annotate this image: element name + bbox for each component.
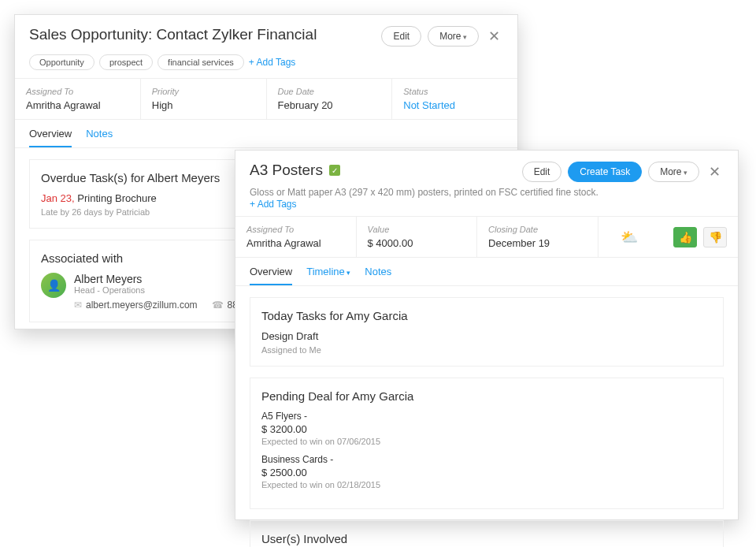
closing-value: December 19	[488, 237, 587, 249]
tag[interactable]: Opportunity	[29, 54, 94, 70]
pending-deal-panel: Pending Deal for Amy Garcia A5 Flyers - …	[250, 378, 724, 509]
thumbs-down-button[interactable]: 👎	[703, 227, 727, 247]
phone-icon: ☎	[212, 300, 224, 311]
value-label: Value	[368, 225, 466, 234]
close-icon[interactable]: ✕	[485, 28, 503, 45]
tags-row: Opportunity prospect financial services …	[15, 47, 517, 78]
deal-expected: Expected to win on 07/06/2015	[261, 437, 712, 446]
mail-icon: ✉	[74, 300, 82, 311]
today-assigned: Assigned to Me	[261, 345, 712, 355]
posters-title: A3 Posters	[250, 162, 323, 179]
opportunity-title: Sales Opportunity: Contact Zylker Financ…	[29, 26, 381, 43]
tab-timeline[interactable]: Timeline	[306, 258, 350, 285]
deal-name: Business Cards -	[261, 454, 712, 465]
priority-value: High	[152, 99, 255, 111]
assigned-value: Amritha Agrawal	[246, 237, 345, 249]
tab-overview[interactable]: Overview	[250, 258, 292, 285]
deal-name: A5 Flyers -	[261, 411, 712, 422]
assigned-value: Amritha Agrawal	[26, 99, 129, 111]
assigned-label: Assigned To	[26, 87, 129, 96]
users-involved-panel: User(s) Involved 👤OWNER 👤 👤	[250, 520, 724, 547]
tab-overview[interactable]: Overview	[29, 120, 72, 147]
posters-card: A3 Posters ✓ Edit Create Task More ✕ Glo…	[235, 150, 739, 520]
edit-button[interactable]: Edit	[381, 26, 421, 47]
status-value[interactable]: Not Started	[403, 99, 506, 111]
verified-icon: ✓	[329, 165, 340, 176]
due-value: February 20	[278, 99, 381, 111]
tab-notes[interactable]: Notes	[86, 120, 113, 147]
today-heading: Today Tasks for Amy Garcia	[261, 309, 712, 322]
closing-label: Closing Date	[488, 225, 587, 234]
weather-icon: ⛅	[621, 229, 638, 246]
create-task-button[interactable]: Create Task	[568, 162, 642, 182]
users-heading: User(s) Involved	[261, 532, 712, 545]
more-button[interactable]: More	[648, 162, 699, 182]
tag[interactable]: financial services	[158, 54, 244, 70]
due-label: Due Date	[278, 87, 381, 96]
more-button[interactable]: More	[428, 26, 479, 47]
pending-heading: Pending Deal for Amy Garcia	[261, 389, 712, 403]
deal-amount: $ 3200.00	[261, 423, 712, 435]
deal-expected: Expected to win on 02/18/2015	[261, 480, 712, 489]
posters-desc: Gloss or Matt paper A3 (297 x 420 mm) po…	[235, 182, 738, 198]
status-label: Status	[403, 87, 506, 96]
close-icon[interactable]: ✕	[706, 163, 724, 180]
tab-notes[interactable]: Notes	[365, 258, 391, 285]
overdue-task: Printing Brochure	[77, 192, 156, 204]
contact-email[interactable]: albert.meyers@zillum.com	[86, 300, 198, 311]
edit-button[interactable]: Edit	[522, 162, 562, 182]
today-task: Design Draft	[261, 330, 712, 342]
value-value: $ 4000.00	[368, 237, 466, 249]
thumbs-up-button[interactable]: 👍	[673, 227, 697, 247]
add-tags-link[interactable]: + Add Tags	[235, 199, 311, 216]
assigned-label: Assigned To	[246, 225, 345, 234]
deal-amount: $ 2500.00	[261, 467, 712, 478]
meta-row: Assigned To Amritha Agrawal Priority Hig…	[15, 78, 517, 120]
avatar: 👤	[41, 273, 66, 298]
today-tasks-panel: Today Tasks for Amy Garcia Design Draft …	[250, 297, 724, 367]
priority-label: Priority	[152, 87, 255, 96]
add-tags-link[interactable]: + Add Tags	[249, 57, 296, 68]
overdue-date: Jan 23,	[41, 192, 75, 204]
tag[interactable]: prospect	[99, 54, 153, 70]
